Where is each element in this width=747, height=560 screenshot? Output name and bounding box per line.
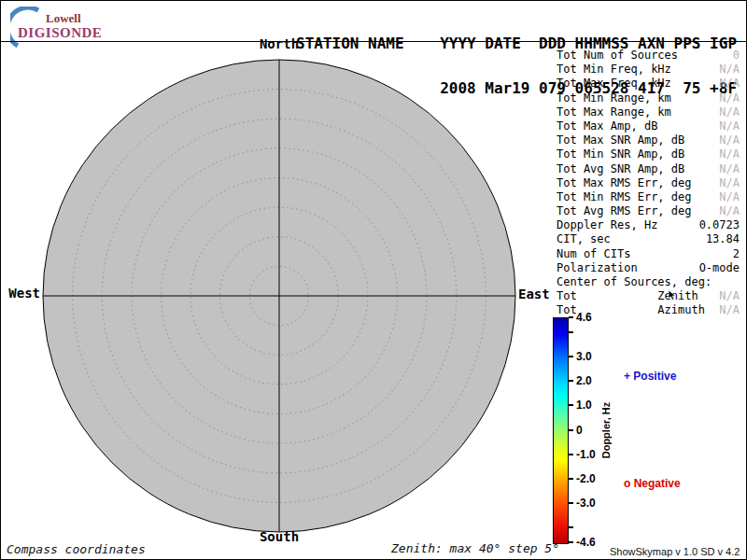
stats-value: N/A bbox=[719, 91, 740, 105]
colorbar-tick bbox=[569, 526, 573, 528]
colorbar-tick-label: 3.0 bbox=[576, 350, 592, 363]
colorbar-tick-label: 4.6 bbox=[576, 311, 592, 324]
stats-value: N/A bbox=[719, 303, 740, 317]
colorbar-tick-label: 0 bbox=[576, 424, 583, 437]
stats-value: 0.0723 bbox=[699, 218, 740, 232]
stats-label: Tot Max RMS Err, deg bbox=[557, 176, 692, 190]
stats-value: O-mode bbox=[699, 261, 740, 275]
stats-row: CIT, sec13.84 bbox=[557, 232, 740, 246]
stats-row: Tot Avg RMS Err, degN/A bbox=[557, 204, 740, 218]
stats-label: Tot Max Amp, dB bbox=[557, 119, 657, 133]
stats-value: N/A bbox=[719, 289, 740, 303]
stats-label: Tot Num of Sources bbox=[557, 49, 678, 63]
stats-label: Tot Min SNR Amp, dB bbox=[557, 147, 684, 161]
compass-label-south: South bbox=[242, 529, 317, 544]
stats-row: Tot Max RMS Err, degN/A bbox=[557, 176, 740, 190]
stats-label: Tot Avg RMS Err, deg bbox=[557, 204, 692, 218]
stats-value: 0 bbox=[733, 49, 740, 63]
stats-label: Tot Max Range, km bbox=[557, 105, 671, 119]
showskymap-window: Lowell DIGISONDE STATION NAME YYYY DATE … bbox=[0, 0, 747, 560]
stats-label: CIT, sec bbox=[557, 232, 611, 246]
stats-label: Tot Min RMS Err, deg bbox=[557, 190, 692, 204]
stats-label: Tot Min Freq, kHz bbox=[557, 63, 671, 77]
compass-label-north: North bbox=[242, 36, 317, 51]
stats-row: Tot Min Freq, kHzN/A bbox=[557, 63, 740, 77]
stats-value: N/A bbox=[719, 162, 740, 176]
stats-row: Center of Sources, deg: bbox=[557, 275, 740, 289]
footer-zenith-range: Zenith: max 40° step 5° bbox=[391, 541, 559, 555]
colorbar-tick-label: -2.0 bbox=[576, 472, 596, 485]
doppler-colorbar bbox=[553, 317, 569, 544]
colorbar-tick-label: 2.0 bbox=[576, 374, 592, 387]
colorbar-tick-label: -4.6 bbox=[576, 536, 596, 549]
colorbar-tick-label: -1.0 bbox=[576, 448, 596, 461]
stats-value: N/A bbox=[719, 204, 740, 218]
stats-label: Tot Max SNR Amp, dB bbox=[557, 133, 684, 147]
colorbar-tick bbox=[569, 380, 573, 382]
stats-row: Tot Max SNR Amp, dBN/A bbox=[557, 133, 740, 147]
colorbar-tick bbox=[569, 478, 573, 480]
stats-value: N/A bbox=[719, 176, 740, 190]
legend-positive: + Positive bbox=[624, 370, 676, 383]
stats-row: Tot Num of Sources0 bbox=[557, 49, 740, 63]
stats-label: Polarization bbox=[557, 261, 638, 275]
compass-label-west: West bbox=[3, 286, 40, 301]
footer-coordinate-system: Compass coordinates bbox=[7, 542, 146, 556]
mouse-cursor-icon bbox=[668, 290, 677, 301]
colorbar-tick bbox=[569, 404, 573, 406]
colorbar-tick bbox=[569, 331, 573, 333]
stats-row: Num of CITs2 bbox=[557, 247, 740, 261]
colorbar-tick-label: 1.0 bbox=[576, 399, 592, 412]
colorbar-title: Doppler, Hz bbox=[600, 402, 612, 459]
colorbar-tick bbox=[569, 429, 573, 431]
stats-table: Tot Num of Sources0Tot Min Freq, kHzN/AT… bbox=[557, 49, 740, 318]
stats-value: N/A bbox=[719, 63, 740, 77]
footer-version: ShowSkymap v 1.0 SD v 4.2 bbox=[610, 546, 740, 557]
legend-positive-label: Positive bbox=[633, 370, 676, 383]
stats-label: Num of CITs bbox=[557, 247, 630, 261]
stats-row: Tot Max Freq, kHzN/A bbox=[557, 77, 740, 91]
stats-value: N/A bbox=[719, 119, 740, 133]
stats-label: Tot Min Range, km bbox=[557, 91, 671, 105]
stats-value: N/A bbox=[719, 190, 740, 204]
legend-negative: o Negative bbox=[624, 477, 681, 490]
stats-row: Tot Max Amp, dBN/A bbox=[557, 119, 740, 133]
stats-value: 13.84 bbox=[706, 232, 740, 246]
stats-label: Doppler Res, Hz bbox=[557, 218, 657, 232]
stats-row: Tot Avg SNR Amp, dBN/A bbox=[557, 162, 740, 176]
stats-label: Center of Sources, deg: bbox=[557, 275, 712, 289]
stats-row: PolarizationO-mode bbox=[557, 261, 740, 275]
stats-label: Tot Max Freq, kHz bbox=[557, 77, 671, 91]
colorbar-tick bbox=[569, 316, 573, 318]
stats-row: Tot Max Range, kmN/A bbox=[557, 105, 740, 119]
colorbar-tick bbox=[569, 541, 573, 543]
plus-marker-icon: + bbox=[624, 370, 630, 383]
stats-value: 2 bbox=[733, 247, 740, 261]
stats-label: Tot Avg SNR Amp, dB bbox=[557, 162, 684, 176]
stats-value: N/A bbox=[719, 105, 740, 119]
stats-row: Tot ZenithN/A bbox=[557, 289, 740, 303]
colorbar-tick bbox=[569, 454, 573, 455]
legend-negative-label: Negative bbox=[634, 477, 681, 490]
colorbar-tick-label: -3.0 bbox=[576, 497, 596, 510]
stats-value: N/A bbox=[719, 133, 740, 147]
stats-row: Tot Min RMS Err, degN/A bbox=[557, 190, 740, 204]
stats-row: Doppler Res, Hz0.0723 bbox=[557, 218, 740, 232]
stats-row: Tot Min SNR Amp, dBN/A bbox=[557, 147, 740, 161]
colorbar-tick bbox=[569, 356, 573, 357]
colorbar-tick bbox=[569, 502, 573, 504]
circle-marker-icon: o bbox=[624, 477, 630, 490]
stats-value: N/A bbox=[719, 147, 740, 161]
stats-value: N/A bbox=[719, 77, 740, 91]
stats-row: Tot Min Range, kmN/A bbox=[557, 91, 740, 105]
